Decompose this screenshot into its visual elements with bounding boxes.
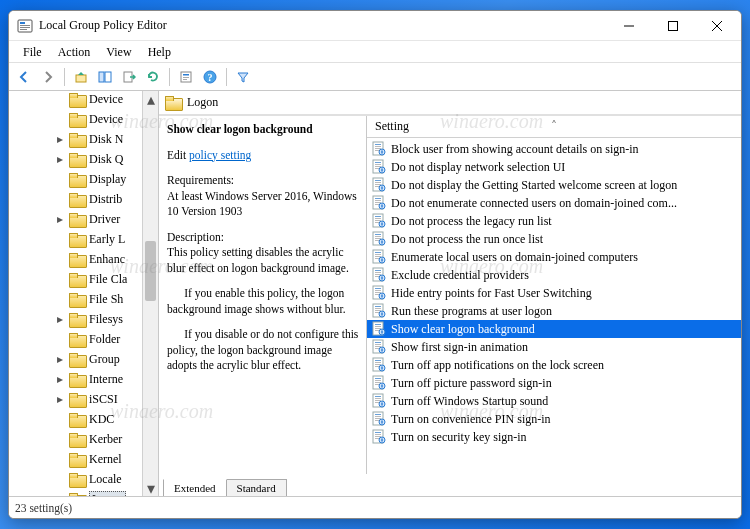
setting-row[interactable]: Turn off Windows Startup sound [367,392,741,410]
setting-row[interactable]: Block user from showing account details … [367,140,741,158]
sort-indicator-icon: ˄ [551,119,557,134]
expander-icon[interactable]: ▸ [55,214,65,224]
setting-row[interactable]: Exclude credential providers [367,266,741,284]
svg-rect-29 [375,166,381,167]
toolbar-separator [226,68,227,86]
maximize-button[interactable] [651,11,695,40]
svg-rect-76 [375,288,381,289]
menu-file[interactable]: File [15,42,50,62]
description-text: This policy setting disables the acrylic… [167,245,360,276]
expander-icon[interactable]: ▸ [55,354,65,364]
svg-rect-53 [381,223,382,226]
folder-icon [69,233,85,246]
client-area: DeviceDevice▸Disk N▸Disk QDisplayDistrib… [9,91,741,496]
titlebar[interactable]: Local Group Policy Editor [9,11,741,41]
view-tabs: Extended Standard [159,474,741,496]
edit-line: Edit policy setting [167,148,360,164]
svg-rect-70 [375,272,381,273]
setting-label: Hide entry points for Fast User Switchin… [391,286,592,301]
svg-rect-27 [375,162,381,163]
setting-row[interactable]: Turn off picture password sign-in [367,374,741,392]
back-button[interactable] [13,66,35,88]
close-button[interactable] [695,11,739,40]
setting-row[interactable]: Run these programs at user logon [367,302,741,320]
requirements-text: At least Windows Server 2016, Windows 10… [167,189,360,220]
folder-icon [69,453,85,466]
setting-label: Turn off app notifications on the lock s… [391,358,604,373]
tab-extended[interactable]: Extended [163,479,227,496]
svg-rect-105 [375,362,381,363]
setting-row[interactable]: Do not enumerate connected users on doma… [367,194,741,212]
svg-rect-109 [381,367,382,370]
menu-action[interactable]: Action [50,42,99,62]
setting-label: Do not display the Getting Started welco… [391,178,677,193]
scroll-down-icon[interactable]: ▾ [143,480,158,496]
statusbar: 23 setting(s) [9,496,741,518]
minimize-button[interactable] [607,11,651,40]
scroll-thumb[interactable] [145,241,156,301]
refresh-button[interactable] [142,66,164,88]
setting-row[interactable]: Turn on convenience PIN sign-in [367,410,741,428]
setting-row[interactable]: Do not display the Getting Started welco… [367,176,741,194]
expander-icon[interactable]: ▸ [55,154,65,164]
svg-rect-64 [375,256,381,257]
policy-item-icon [371,375,387,391]
show-hide-tree-button[interactable] [94,66,116,88]
setting-row[interactable]: Show first sign-in animation [367,338,741,356]
expander-icon[interactable]: ▸ [55,394,65,404]
edit-policy-link[interactable]: policy setting [189,149,251,161]
tree-scrollbar[interactable]: ▴ ▾ [142,91,158,496]
policy-item-icon [371,321,387,337]
tree-item-label: Early L [89,232,125,247]
setting-row[interactable]: Do not process the run once list [367,230,741,248]
help-button[interactable]: ? [199,66,221,88]
tree-item-label: Kerber [89,432,122,447]
svg-rect-118 [375,396,381,397]
tree-item-label: Interne [89,372,123,387]
setting-row[interactable]: Turn on security key sign-in [367,428,741,446]
svg-rect-23 [375,150,379,151]
setting-row[interactable]: Do not display network selection UI [367,158,741,176]
svg-rect-79 [375,294,379,295]
svg-rect-28 [375,164,381,165]
setting-row[interactable]: Show clear logon background [367,320,741,338]
svg-rect-95 [381,331,382,334]
tab-standard[interactable]: Standard [226,479,287,496]
svg-rect-51 [375,222,379,223]
menu-help[interactable]: Help [140,42,179,62]
svg-rect-63 [375,254,381,255]
svg-rect-21 [375,146,381,147]
forward-button[interactable] [37,66,59,88]
menu-view[interactable]: View [98,42,139,62]
svg-rect-11 [105,72,111,82]
setting-row[interactable]: Turn off app notifications on the lock s… [367,356,741,374]
svg-rect-9 [76,75,86,82]
setting-label: Do not process the run once list [391,232,543,247]
expander-icon[interactable]: ▸ [55,314,65,324]
folder-icon [69,193,85,206]
properties-button[interactable] [175,66,197,88]
setting-label: Show first sign-in animation [391,340,528,355]
setting-label: Do not display network selection UI [391,160,565,175]
tree-pane[interactable]: DeviceDevice▸Disk N▸Disk QDisplayDistrib… [9,91,159,496]
svg-rect-81 [381,295,382,298]
expander-icon[interactable]: ▸ [55,134,65,144]
svg-rect-77 [375,290,381,291]
svg-rect-41 [375,198,381,199]
svg-rect-78 [375,292,381,293]
column-header-setting[interactable]: Setting ˄ [367,116,741,138]
filter-button[interactable] [232,66,254,88]
setting-row[interactable]: Do not process the legacy run list [367,212,741,230]
disable-text: If you disable or do not configure this … [167,327,360,374]
export-button[interactable] [118,66,140,88]
policy-item-icon [371,339,387,355]
expander-icon[interactable]: ▸ [55,374,65,384]
scroll-up-icon[interactable]: ▴ [143,91,158,107]
setting-row[interactable]: Hide entry points for Fast User Switchin… [367,284,741,302]
setting-row[interactable]: Enumerate local users on domain-joined c… [367,248,741,266]
setting-label: Do not enumerate connected users on doma… [391,196,677,211]
settings-list[interactable]: Block user from showing account details … [367,138,741,474]
up-button[interactable] [70,66,92,88]
svg-rect-100 [375,348,379,349]
policy-item-icon [371,429,387,445]
